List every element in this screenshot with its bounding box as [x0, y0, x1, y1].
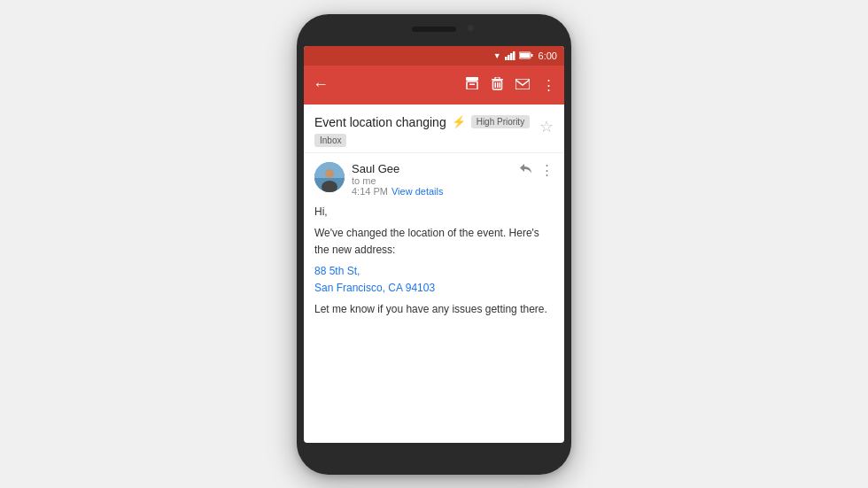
email-content: Event location changing ⚡ High Priority …: [304, 105, 564, 333]
phone-screen: ▼ 6:00 ←: [304, 46, 564, 443]
archive-icon[interactable]: [465, 77, 479, 92]
phone-mockup: ▼ 6:00 ←: [297, 14, 571, 475]
sender-time: 4:14 PM: [352, 186, 388, 197]
sender-row: Saul Gee to me 4:14 PM View details: [314, 162, 443, 197]
inbox-badge: Inbox: [314, 134, 346, 147]
svg-rect-5: [531, 54, 532, 57]
status-bar: ▼ 6:00: [304, 46, 564, 66]
svg-rect-8: [467, 81, 477, 89]
body-intro: We've changed the location of the event.…: [314, 225, 554, 258]
avatar: [314, 162, 345, 192]
email-subject: Event location changing: [314, 115, 446, 129]
body-greeting: Hi,: [314, 204, 554, 221]
svg-rect-3: [513, 51, 515, 60]
svg-rect-14: [497, 82, 499, 88]
email-thread: Saul Gee to me 4:14 PM View details: [304, 153, 564, 333]
svg-rect-6: [520, 53, 530, 58]
priority-badge: High Priority: [471, 115, 530, 128]
subject-left: Event location changing ⚡ High Priority …: [314, 115, 539, 147]
address-link[interactable]: 88 5th St,San Francisco, CA 94103: [314, 265, 435, 294]
svg-rect-0: [505, 57, 508, 60]
status-time: 6:00: [539, 50, 557, 61]
svg-rect-13: [495, 82, 497, 88]
svg-rect-11: [495, 77, 500, 80]
svg-rect-2: [510, 53, 513, 60]
lightning-icon: ⚡: [452, 115, 466, 128]
email-header-actions: ⋮: [519, 162, 554, 178]
svg-rect-15: [500, 82, 501, 88]
body-closing: Let me know if you have any issues getti…: [314, 301, 554, 318]
email-body: Hi, We've changed the location of the ev…: [314, 204, 554, 319]
phone-speaker: [412, 27, 456, 32]
email-header: Saul Gee to me 4:14 PM View details: [314, 162, 554, 197]
battery-icon: [519, 51, 533, 59]
subject-row: Event location changing ⚡ High Priority …: [304, 105, 564, 153]
wifi-icon: ▼: [493, 51, 501, 60]
phone-camera: [468, 25, 474, 31]
toolbar-actions: ⋮: [465, 77, 555, 93]
back-button[interactable]: ←: [313, 75, 465, 94]
mail-icon[interactable]: [515, 77, 530, 92]
sender-name: Saul Gee: [352, 162, 443, 175]
svg-rect-1: [508, 55, 510, 60]
svg-point-19: [325, 169, 334, 178]
toolbar: ←: [304, 66, 564, 105]
subject-title-line: Event location changing ⚡ High Priority: [314, 115, 539, 129]
delete-icon[interactable]: [492, 77, 503, 93]
sender-time-row: 4:14 PM View details: [352, 186, 443, 197]
sender-to: to me: [352, 175, 443, 186]
email-more-icon[interactable]: ⋮: [540, 162, 554, 178]
svg-rect-7: [466, 77, 478, 81]
reply-icon[interactable]: [519, 162, 533, 177]
sender-info: Saul Gee to me 4:14 PM View details: [352, 162, 443, 197]
signal-icon: [505, 51, 515, 60]
star-icon[interactable]: ☆: [539, 117, 554, 136]
body-address: 88 5th St,San Francisco, CA 94103: [314, 263, 554, 296]
avatar-image: [314, 162, 345, 192]
svg-rect-16: [515, 79, 530, 89]
svg-point-21: [327, 172, 329, 174]
view-details-link[interactable]: View details: [391, 186, 444, 197]
svg-rect-9: [469, 84, 475, 86]
more-icon[interactable]: ⋮: [542, 77, 555, 93]
